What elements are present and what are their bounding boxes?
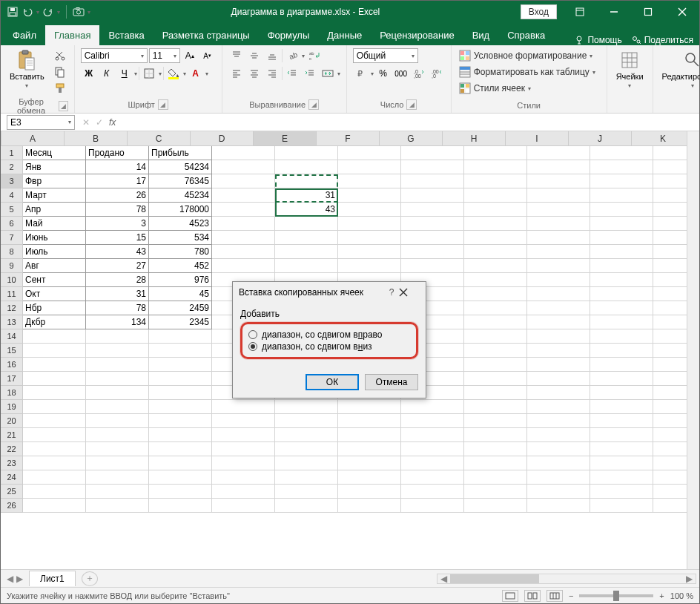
cell[interactable] (212, 203, 275, 217)
sheet-nav-next-icon[interactable]: ▶ (16, 574, 23, 584)
cell[interactable] (653, 442, 687, 456)
cell[interactable] (653, 344, 687, 358)
zoom-slider[interactable] (579, 594, 653, 597)
cell[interactable]: 976 (149, 273, 212, 287)
save-icon[interactable] (7, 6, 19, 18)
cell[interactable] (464, 485, 527, 499)
cell[interactable] (401, 414, 464, 428)
cell[interactable] (338, 174, 401, 188)
maximize-icon[interactable] (631, 1, 665, 23)
minimize-icon[interactable] (597, 1, 631, 23)
cell[interactable] (527, 428, 590, 442)
cell[interactable]: 43 (275, 203, 338, 217)
align-middle-icon[interactable] (246, 48, 262, 63)
cell[interactable] (401, 400, 464, 414)
cell[interactable] (275, 217, 338, 231)
zoom-level[interactable]: 100 % (670, 591, 693, 600)
cell[interactable]: Авг (23, 259, 86, 273)
cell[interactable] (653, 358, 687, 372)
cell[interactable] (653, 485, 687, 499)
cell[interactable] (464, 428, 527, 442)
row-header[interactable]: 20 (1, 414, 23, 428)
cell[interactable] (338, 400, 401, 414)
conditional-formatting-button[interactable]: Условное форматирование▾ (458, 48, 595, 63)
cell[interactable] (149, 485, 212, 499)
name-box[interactable]: E3▾ (7, 115, 75, 130)
cell[interactable] (275, 160, 338, 174)
cell[interactable] (149, 414, 212, 428)
cell[interactable] (149, 329, 212, 344)
cell[interactable]: 43 (86, 245, 149, 259)
cell[interactable] (149, 372, 212, 386)
cancel-button[interactable]: Отмена (365, 374, 418, 390)
row-header[interactable]: 6 (1, 217, 23, 231)
cell[interactable] (653, 203, 687, 217)
cell[interactable] (590, 344, 653, 358)
cell[interactable] (590, 287, 653, 301)
cell[interactable] (86, 386, 149, 400)
row-header[interactable]: 15 (1, 344, 23, 358)
cell[interactable] (527, 287, 590, 301)
cell[interactable] (527, 372, 590, 386)
col-header[interactable]: B (65, 131, 128, 145)
ribbon-display-icon[interactable] (563, 1, 597, 23)
cell[interactable] (401, 203, 464, 217)
alignment-launcher-icon[interactable]: ◢ (308, 99, 319, 110)
cell[interactable] (590, 485, 653, 499)
cell[interactable] (527, 470, 590, 485)
cell[interactable]: Сент (23, 273, 86, 287)
align-top-icon[interactable] (228, 48, 245, 63)
cell[interactable] (212, 485, 275, 499)
align-left-icon[interactable] (228, 66, 245, 81)
cell[interactable] (590, 301, 653, 315)
cell[interactable] (275, 470, 338, 485)
cell[interactable] (23, 485, 86, 499)
row-header[interactable]: 1 (1, 146, 23, 160)
copy-icon[interactable] (52, 65, 68, 79)
number-launcher-icon[interactable]: ◢ (406, 99, 417, 110)
cell[interactable] (149, 428, 212, 442)
cell[interactable] (653, 400, 687, 414)
cell[interactable] (590, 203, 653, 217)
cell[interactable] (464, 301, 527, 315)
cell[interactable] (464, 245, 527, 259)
cell[interactable] (212, 146, 275, 160)
cell[interactable] (86, 372, 149, 386)
row-header[interactable]: 7 (1, 231, 23, 245)
cell[interactable] (401, 174, 464, 188)
cell[interactable] (590, 231, 653, 245)
row-header[interactable]: 17 (1, 372, 23, 386)
cell[interactable] (590, 442, 653, 456)
cell[interactable]: 4523 (149, 217, 212, 231)
row-header[interactable]: 2 (1, 160, 23, 174)
cell[interactable] (23, 442, 86, 456)
cell[interactable] (464, 160, 527, 174)
cell[interactable] (653, 301, 687, 315)
cell[interactable] (23, 358, 86, 372)
col-header[interactable]: G (380, 131, 443, 145)
cell[interactable] (527, 329, 590, 344)
cell[interactable]: Май (23, 217, 86, 231)
col-header[interactable]: A (1, 131, 65, 145)
cell[interactable] (527, 386, 590, 400)
cell[interactable] (527, 315, 590, 329)
cell[interactable]: 28 (86, 273, 149, 287)
orientation-icon[interactable]: ab (284, 48, 300, 63)
cell[interactable] (653, 456, 687, 470)
cell[interactable] (23, 470, 86, 485)
row-header[interactable]: 25 (1, 485, 23, 499)
cell[interactable] (653, 329, 687, 344)
cell[interactable] (275, 400, 338, 414)
cell[interactable]: 534 (149, 231, 212, 245)
col-header[interactable]: F (317, 131, 380, 145)
cell[interactable] (527, 273, 590, 287)
cell[interactable] (401, 442, 464, 456)
editing-button[interactable]: Редактирование ▾ (659, 48, 700, 91)
percent-icon[interactable]: % (375, 66, 392, 81)
cut-icon[interactable] (52, 48, 68, 63)
cell[interactable] (653, 499, 687, 513)
decrease-indent-icon[interactable] (284, 66, 300, 81)
cell[interactable] (653, 372, 687, 386)
cell[interactable] (149, 442, 212, 456)
cell[interactable] (401, 485, 464, 499)
